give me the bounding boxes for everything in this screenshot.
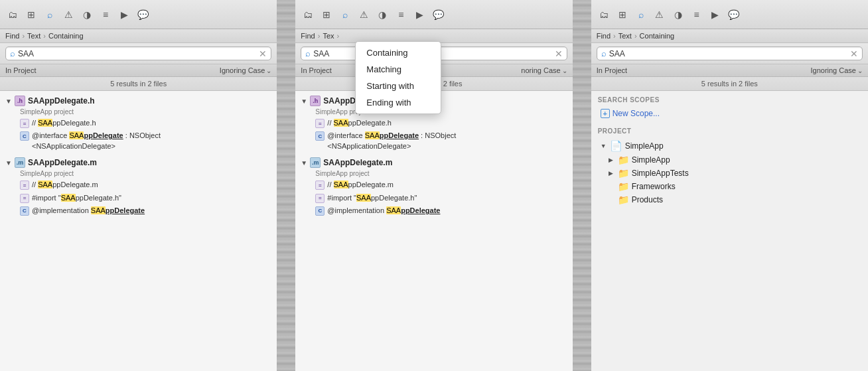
- comment-btn[interactable]: 💬: [431, 7, 445, 22]
- left-scope-label[interactable]: In Project: [5, 66, 36, 74]
- result-item[interactable]: = #import "SAAppDelegate.h": [0, 192, 277, 204]
- result-text: #import "SAAppDelegate.h": [327, 193, 417, 203]
- right-search-bar: ⌕ ✕: [591, 43, 868, 64]
- right-search-input[interactable]: [609, 49, 850, 58]
- folder-icon: 📁: [618, 181, 629, 192]
- warning-btn[interactable]: ⚠: [61, 7, 76, 22]
- left-scope-bar: In Project Ignoring Case ⌄: [0, 64, 277, 77]
- class-icon: C: [20, 131, 29, 141]
- result-item[interactable]: C @implementation SAAppDelegate: [295, 204, 572, 217]
- disclosure-h: ▼: [301, 98, 307, 105]
- search-btn[interactable]: ⌕: [42, 7, 57, 22]
- m-file-icon: .m: [310, 157, 321, 168]
- breadcrumb-tex[interactable]: Tex: [323, 32, 334, 40]
- diff-btn[interactable]: ◑: [671, 7, 686, 22]
- folder-name-simpleapp: SimpleApp: [632, 155, 670, 165]
- grid-btn[interactable]: ⊞: [24, 7, 38, 22]
- dropdown-containing[interactable]: Containing: [356, 44, 441, 61]
- folder-btn[interactable]: 🗂: [301, 7, 315, 22]
- result-item[interactable]: = #import "SAAppDelegate.h": [295, 192, 572, 204]
- left-file-tree: ▼ .h SAAppDelegate.h SimpleApp project =…: [0, 91, 277, 371]
- project-root[interactable]: ▼ 📄 SimpleApp: [598, 139, 861, 153]
- arrow-btn[interactable]: ▶: [708, 7, 723, 22]
- doc-icon: =: [20, 194, 29, 203]
- disclosure-m: ▼: [5, 159, 12, 167]
- breadcrumb-text[interactable]: Text: [618, 32, 632, 40]
- search-btn[interactable]: ⌕: [634, 7, 648, 22]
- folder-frameworks[interactable]: ▶ 📁 Frameworks: [598, 180, 861, 193]
- folder-btn[interactable]: 🗂: [597, 7, 611, 22]
- disclosure-root: ▼: [601, 143, 607, 149]
- comment-btn[interactable]: 💬: [135, 7, 150, 22]
- middle-clear-btn[interactable]: ✕: [555, 49, 563, 58]
- left-search-wrap: ⌕ ✕: [5, 46, 271, 60]
- left-clear-btn[interactable]: ✕: [259, 49, 267, 58]
- search-btn[interactable]: ⌕: [338, 7, 352, 22]
- panels-container: 🗂 ⊞ ⌕ ⚠ ◑ ≡ ▶ 💬 Find › Text › Containing…: [0, 0, 868, 371]
- folder-btn[interactable]: 🗂: [5, 7, 20, 22]
- folder-name-tests: SimpleAppTests: [632, 169, 689, 178]
- chevron-down-icon: ⌄: [562, 67, 567, 74]
- left-scope-right[interactable]: Ignoring Case ⌄: [220, 66, 272, 74]
- class-icon: C: [315, 206, 325, 216]
- comment-btn[interactable]: 💬: [727, 7, 741, 22]
- result-item[interactable]: C @interface SAAppDelegate : NSObject<NS…: [0, 129, 277, 153]
- result-text: // SAAppDelegate.h: [327, 118, 392, 128]
- h-file-subtitle: SimpleApp project: [20, 108, 277, 117]
- new-scope-label: New Scope...: [613, 109, 660, 118]
- result-item[interactable]: = // SAAppDelegate.h: [0, 117, 277, 129]
- m-file-name: SAAppDelegate.m: [28, 158, 97, 167]
- dropdown-starting-with[interactable]: Starting with: [356, 78, 441, 94]
- warning-btn[interactable]: ⚠: [652, 7, 667, 22]
- disclosure-h: ▼: [5, 98, 12, 105]
- m-file-subtitle: SimpleApp project: [315, 170, 572, 179]
- left-search-input[interactable]: [18, 49, 259, 58]
- right-scope-right[interactable]: Ignoring Case ⌄: [810, 66, 863, 74]
- warning-btn[interactable]: ⚠: [356, 7, 371, 22]
- chevron-down-icon: ⌄: [857, 67, 863, 74]
- result-text: // SAAppDelegate.h: [32, 118, 96, 128]
- breadcrumb-text[interactable]: Text: [27, 32, 40, 40]
- result-item[interactable]: = // SAAppDelegate.m: [295, 179, 572, 191]
- arrow-btn[interactable]: ▶: [412, 7, 427, 22]
- result-item[interactable]: = // SAAppDelegate.m: [0, 179, 277, 191]
- result-item[interactable]: C @interface SAAppDelegate : NSObject<NS…: [295, 129, 572, 153]
- result-item[interactable]: C @implementation SAAppDelegate: [0, 204, 277, 217]
- file-header-h[interactable]: ▼ .h SAAppDelegate.h: [0, 94, 277, 108]
- search-icon: ⌕: [10, 48, 15, 58]
- breadcrumb-containing[interactable]: Containing: [640, 32, 675, 40]
- result-item[interactable]: = // SAAppDelegate.h: [295, 117, 572, 129]
- file-header-m[interactable]: ▼ .m SAAppDelegate.m: [0, 155, 277, 170]
- search-icon: ⌕: [305, 48, 311, 58]
- diff-btn[interactable]: ◑: [375, 7, 390, 22]
- middle-scope-right[interactable]: noring Case ⌄: [521, 66, 567, 74]
- diff-btn[interactable]: ◑: [80, 7, 94, 22]
- folder-products[interactable]: ▶ 📁 Products: [598, 193, 861, 206]
- list-btn[interactable]: ≡: [689, 7, 704, 22]
- breadcrumb-find[interactable]: Find: [5, 32, 19, 40]
- search-type-dropdown: Containing Matching Starting with Ending…: [355, 41, 441, 114]
- result-text: // SAAppDelegate.m: [32, 180, 98, 190]
- file-group-m: ▼ .m SAAppDelegate.m SimpleApp project =…: [0, 155, 277, 217]
- list-btn[interactable]: ≡: [98, 7, 113, 22]
- right-clear-btn[interactable]: ✕: [850, 49, 858, 58]
- file-header-m[interactable]: ▼ .m SAAppDelegate.m: [295, 155, 572, 170]
- dropdown-matching[interactable]: Matching: [356, 61, 441, 78]
- folder-simpleapp[interactable]: ▶ 📁 SimpleApp: [598, 153, 861, 167]
- new-scope-item[interactable]: + New Scope...: [598, 108, 861, 119]
- breadcrumb-find[interactable]: Find: [301, 32, 315, 40]
- middle-file-tree: ▼ .h SAAppDelegate.h SimpleApp project =…: [295, 91, 572, 371]
- breadcrumb-containing[interactable]: Containing: [48, 32, 84, 40]
- grid-btn[interactable]: ⊞: [615, 7, 630, 22]
- middle-scope-label[interactable]: In Project: [301, 66, 331, 74]
- list-btn[interactable]: ≡: [394, 7, 408, 22]
- folder-simpleapptests[interactable]: ▶ 📁 SimpleAppTests: [598, 167, 861, 180]
- middle-scope-left: In Project: [301, 66, 331, 74]
- grid-btn[interactable]: ⊞: [319, 7, 334, 22]
- breadcrumb-find[interactable]: Find: [597, 32, 611, 40]
- arrow-btn[interactable]: ▶: [117, 7, 131, 22]
- right-scope-label[interactable]: In Project: [597, 66, 627, 74]
- file-group-m: ▼ .m SAAppDelegate.m SimpleApp project =…: [295, 155, 572, 217]
- dropdown-ending-with[interactable]: Ending with: [356, 94, 441, 111]
- class-icon: C: [315, 131, 325, 141]
